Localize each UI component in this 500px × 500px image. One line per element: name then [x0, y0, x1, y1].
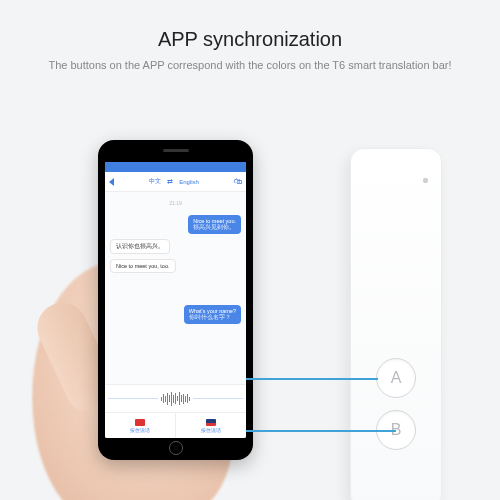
msg-text: 认识你也很高兴。	[116, 243, 164, 250]
msg-sub: 很高兴见到你。	[193, 224, 236, 231]
lang-left: 中文	[149, 177, 161, 186]
lang-right: English	[179, 179, 199, 185]
chat-bubble-right: Nice to meet you. 很高兴见到你。	[188, 215, 241, 234]
page-title: APP synchronization	[0, 28, 500, 51]
language-selector[interactable]: 中文 ⇄ English	[149, 177, 199, 186]
hold-label: 按住说话	[201, 427, 221, 433]
device-button-a[interactable]: A	[376, 358, 416, 398]
home-button[interactable]	[169, 441, 183, 455]
connector-line	[246, 378, 376, 380]
hold-label: 按住说话	[130, 427, 150, 433]
flag-en-icon	[206, 419, 216, 426]
waveform-bars	[161, 392, 190, 406]
smartphone-device: 中文 ⇄ English 🛍 21:19 Nice to meet you. 很…	[98, 140, 253, 460]
audio-waveform	[105, 384, 246, 412]
hold-to-talk-right[interactable]: 按住说话	[175, 413, 246, 438]
connector-line	[246, 430, 394, 432]
phone-speaker	[163, 149, 189, 152]
phone-screen: 中文 ⇄ English 🛍 21:19 Nice to meet you. 很…	[105, 162, 246, 438]
app-bar: 中文 ⇄ English 🛍	[105, 172, 246, 192]
connector-line	[394, 430, 396, 432]
chat-bubble-left: 认识你也很高兴。	[110, 239, 170, 254]
back-icon[interactable]	[109, 178, 114, 186]
button-a-label: A	[391, 369, 402, 387]
device-led	[423, 178, 428, 183]
chat-timestamp: 21:19	[110, 200, 241, 206]
page-subtitle: The buttons on the APP correspond with t…	[0, 59, 500, 71]
heading-block: APP synchronization The buttons on the A…	[0, 0, 500, 71]
status-bar	[105, 162, 246, 172]
msg-text: Nice to meet you, too.	[116, 263, 170, 269]
chat-area: 21:19 Nice to meet you. 很高兴见到你。 认识你也很高兴。…	[105, 192, 246, 384]
connector-line	[376, 378, 378, 380]
chat-bubble-right: What's your name? 你叫什么名字？	[184, 305, 241, 324]
flag-cn-icon	[135, 419, 145, 426]
msg-sub: 你叫什么名字？	[189, 314, 236, 321]
input-bar: 按住说话 按住说话	[105, 412, 246, 438]
swap-icon[interactable]: ⇄	[167, 178, 173, 186]
translation-bar-device: A B	[350, 148, 442, 500]
chat-bubble-left: Nice to meet you, too.	[110, 259, 176, 273]
hold-to-talk-left[interactable]: 按住说话	[105, 413, 175, 438]
menu-icon[interactable]: 🛍	[234, 177, 242, 186]
